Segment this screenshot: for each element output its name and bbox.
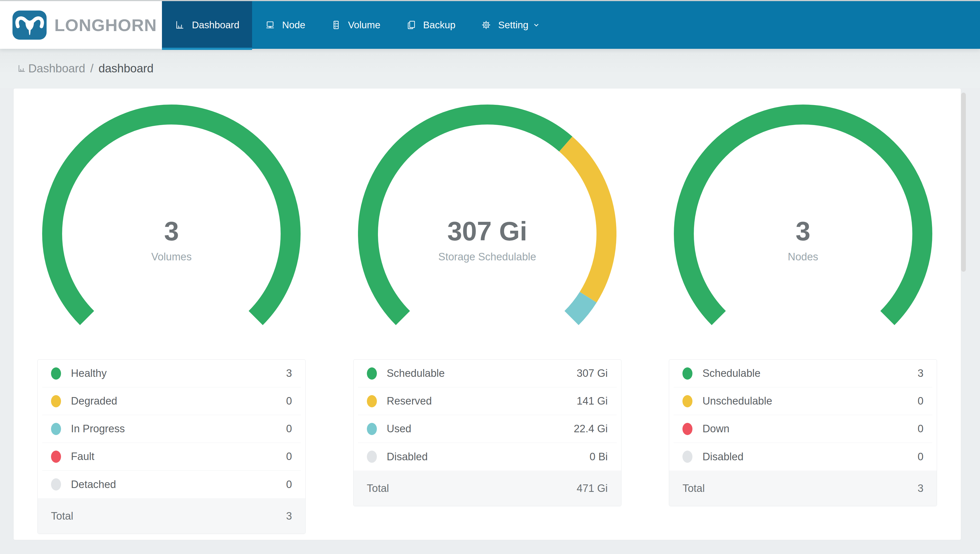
dashboard-panel-volumes: 3VolumesHealthy3Degraded0In Progress0Fau… <box>14 102 329 534</box>
legend-dot-teal <box>367 423 377 435</box>
nav-item-node[interactable]: Node <box>252 1 318 49</box>
brand[interactable]: LONGHORN <box>0 1 162 49</box>
legend-value: 0 <box>286 479 292 490</box>
bar-chart-icon <box>175 20 185 30</box>
nav-item-label: Dashboard <box>192 19 239 30</box>
legend-dot-yellow <box>367 395 377 408</box>
legend-dot-green <box>682 368 692 380</box>
legend-dot-gray <box>682 451 692 463</box>
gear-icon <box>481 20 492 30</box>
gauge-segment-used <box>571 297 588 318</box>
total-value: 3 <box>286 510 292 522</box>
gauge-center-label: Storage Schedulable <box>358 251 616 263</box>
dashboard-grid: 3VolumesHealthy3Degraded0In Progress0Fau… <box>14 102 961 534</box>
legend-row-degraded: Degraded0 <box>42 387 301 415</box>
longhorn-logo-icon <box>13 11 46 40</box>
volume-icon <box>331 20 341 30</box>
legend-row-healthy: Healthy3 <box>42 360 301 387</box>
nav-item-setting[interactable]: Setting <box>468 1 553 49</box>
legend-row-disabled: Disabled0 Bi <box>358 443 617 471</box>
legend-rows: Healthy3Degraded0In Progress0Fault0Detac… <box>38 360 305 498</box>
legend-label: Unschedulable <box>702 395 918 407</box>
bar-chart-icon <box>17 64 27 73</box>
legend-dot-green <box>51 368 61 380</box>
legend-value: 0 <box>286 423 292 435</box>
backup-icon <box>406 20 417 30</box>
legend-label: Detached <box>71 479 286 490</box>
legend-label: Schedulable <box>387 368 577 379</box>
legend-total-row: Total3 <box>38 498 305 534</box>
legend-row-schedulable: Schedulable307 Gi <box>358 360 617 387</box>
total-value: 3 <box>918 482 923 494</box>
nav-item-label: Volume <box>348 19 380 30</box>
total-label: Total <box>682 482 705 494</box>
legend-dot-red <box>51 451 61 463</box>
legend-table-storage: Schedulable307 GiReserved141 GiUsed22.4 … <box>353 359 622 506</box>
legend-dot-yellow <box>51 395 61 408</box>
total-label: Total <box>367 482 389 494</box>
legend-row-unschedulable: Unschedulable0 <box>674 387 932 415</box>
legend-table-nodes: Schedulable3Unschedulable0Down0Disabled0… <box>669 359 937 506</box>
legend-label: Reserved <box>387 395 577 407</box>
legend-dot-teal <box>51 423 61 435</box>
total-label: Total <box>51 510 73 522</box>
legend-row-reserved: Reserved141 Gi <box>358 387 617 415</box>
gauge-center-label: Nodes <box>674 251 932 263</box>
breadcrumb-root-link[interactable]: Dashboard <box>28 62 85 75</box>
legend-label: Used <box>387 423 574 435</box>
nav-item-label: Setting <box>498 19 528 30</box>
legend-value: 0 <box>918 395 923 407</box>
legend-total-row: Total471 Gi <box>353 471 621 506</box>
legend-value: 22.4 Gi <box>574 423 608 435</box>
gauge-nodes: 3Nodes <box>674 102 932 339</box>
dashboard-panel-storage: 307 GiStorage SchedulableSchedulable307 … <box>329 102 645 534</box>
chevron-down-icon <box>532 21 541 29</box>
brand-name: LONGHORN <box>54 15 157 35</box>
legend-value: 0 Bi <box>590 451 608 463</box>
legend-value: 0 <box>286 395 292 407</box>
gauge-center-value: 3 <box>674 216 932 247</box>
legend-dot-yellow <box>682 395 692 408</box>
gauge-storage: 307 GiStorage Schedulable <box>358 102 616 339</box>
legend-dot-red <box>682 423 692 435</box>
legend-dot-gray <box>51 478 61 490</box>
legend-row-fault: Fault0 <box>42 443 301 471</box>
legend-label: Degraded <box>71 395 286 407</box>
breadcrumb: Dashboard / dashboard <box>0 49 980 88</box>
gauge-center-value: 3 <box>42 216 301 247</box>
legend-row-schedulable: Schedulable3 <box>674 360 932 387</box>
gauge-volumes: 3Volumes <box>42 102 301 339</box>
legend-dot-green <box>367 368 377 380</box>
legend-row-down: Down0 <box>674 415 932 443</box>
main-nav: DashboardNodeVolumeBackupSetting <box>162 1 980 49</box>
legend-label: Down <box>702 423 918 435</box>
scrollbar-thumb[interactable] <box>961 92 966 272</box>
legend-value: 141 Gi <box>577 395 608 407</box>
legend-label: Schedulable <box>702 368 918 379</box>
legend-label: Fault <box>71 451 286 463</box>
legend-dot-gray <box>367 451 377 463</box>
legend-value: 0 <box>286 451 292 463</box>
legend-label: In Progress <box>71 423 286 435</box>
header: LONGHORN DashboardNodeVolumeBackupSettin… <box>0 1 980 49</box>
nav-item-label: Node <box>282 19 305 30</box>
legend-row-detached: Detached0 <box>42 471 301 498</box>
legend-label: Healthy <box>71 368 286 379</box>
nav-item-label: Backup <box>423 19 456 30</box>
legend-value: 3 <box>918 368 923 379</box>
legend-row-disabled: Disabled0 <box>674 443 932 471</box>
legend-row-used: Used22.4 Gi <box>358 415 617 443</box>
nav-item-backup[interactable]: Backup <box>393 1 468 49</box>
legend-row-in-progress: In Progress0 <box>42 415 301 443</box>
breadcrumb-current: dashboard <box>99 62 154 75</box>
gauge-center-value: 307 Gi <box>358 216 616 247</box>
total-value: 471 Gi <box>577 482 608 494</box>
main-card: 3VolumesHealthy3Degraded0In Progress0Fau… <box>13 88 961 540</box>
legend-label: Disabled <box>702 451 918 463</box>
legend-label: Disabled <box>387 451 590 463</box>
nav-item-volume[interactable]: Volume <box>318 1 393 49</box>
legend-table-volumes: Healthy3Degraded0In Progress0Fault0Detac… <box>37 359 305 534</box>
legend-value: 0 <box>918 451 923 463</box>
legend-value: 307 Gi <box>577 368 608 379</box>
nav-item-dashboard[interactable]: Dashboard <box>162 1 252 49</box>
